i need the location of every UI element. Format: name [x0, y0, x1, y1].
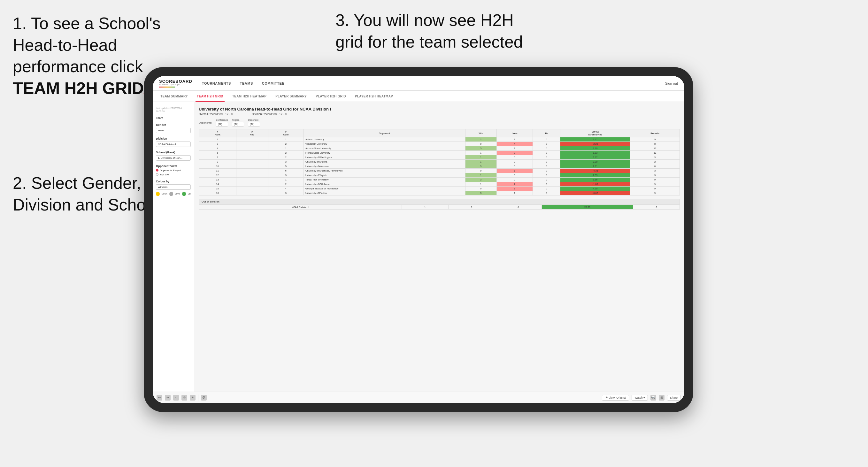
undo-icon[interactable]: ↩: [157, 395, 162, 401]
cell-rounds: 3: [630, 173, 680, 178]
cell-reg: [236, 164, 268, 169]
table-row: 12 3 University of Virginia 1 0 0 2.33 3: [199, 173, 680, 178]
out-diff: 26.00: [541, 205, 633, 210]
cell-win: 1: [465, 155, 496, 160]
cell-conf: 3: [268, 160, 304, 164]
cell-rank: 6: [199, 151, 237, 155]
gender-section: Gender Men's Women's: [156, 123, 191, 133]
cell-tie: 0: [532, 160, 560, 164]
cell-opponent: University of Virginia: [304, 173, 465, 178]
cell-win: 1: [465, 182, 496, 187]
logo: SCOREBOARD Powered by clippd: [159, 79, 192, 88]
colour-level: [169, 192, 173, 196]
cell-win: 3: [465, 191, 496, 195]
cell-rounds: 9: [630, 187, 680, 191]
cell-rounds: 2: [630, 160, 680, 164]
opponent-view-radio-group: Opponents Played Top 100: [156, 169, 191, 176]
colour-by-select[interactable]: Win/loss: [156, 184, 191, 190]
cell-loss: 0: [496, 164, 532, 169]
cell-win: 1: [465, 160, 496, 164]
nav-tournaments[interactable]: TOURNAMENTS: [202, 82, 231, 85]
overall-record: Overall Record: 89 - 17 - 0: [199, 113, 232, 116]
cell-tie: 0: [532, 155, 560, 160]
radio-opponents-played[interactable]: Opponents Played: [156, 169, 191, 172]
filter-opponent-select[interactable]: (All): [248, 122, 260, 126]
tab-player-h2h-heatmap[interactable]: PLAYER H2H HEATMAP: [354, 91, 394, 102]
out-division-name: NCAA Division II: [199, 205, 402, 210]
cell-opponent: Arizona State University: [304, 146, 465, 151]
sign-out-button[interactable]: Sign out: [665, 82, 678, 85]
cell-win: 3: [465, 178, 496, 182]
cell-win: 0: [465, 187, 496, 191]
comment-icon[interactable]: 💬: [650, 395, 656, 401]
cell-rounds: 17: [630, 146, 680, 151]
cell-reg: [236, 182, 268, 187]
cell-rounds: 8: [630, 142, 680, 146]
school-section: School (Rank) 1. University of Nort...: [156, 151, 191, 161]
table-row: 14 2 University of Oklahoma 1 2 0 -1.00 …: [199, 182, 680, 187]
tab-team-h2h-heatmap[interactable]: TEAM H2H HEATMAP: [231, 91, 268, 102]
cell-tie: 0: [532, 191, 560, 195]
view-original-button[interactable]: 👁 View: Original: [602, 395, 629, 401]
share-button[interactable]: Share: [667, 395, 680, 401]
out-win: 1: [402, 205, 448, 210]
filter-opponents-label: Opponents:: [199, 121, 212, 124]
redo-icon[interactable]: ↪: [165, 395, 170, 401]
filter-region-select[interactable]: (All): [232, 122, 244, 126]
cell-conf: 2: [268, 151, 304, 155]
cell-opponent: University of Arkansas, Fayetteville: [304, 169, 465, 173]
top-nav: SCOREBOARD Powered by clippd TOURNAMENTS…: [153, 76, 684, 91]
cell-loss: 0: [496, 160, 532, 164]
cell-reg: [236, 173, 268, 178]
out-tie: 0: [495, 205, 541, 210]
cell-tie: 0: [532, 151, 560, 155]
back-icon[interactable]: ←: [173, 395, 179, 401]
cell-opponent: Texas Tech University: [304, 178, 465, 182]
cell-opponent: University of Alabama: [304, 164, 465, 169]
cell-rank: 11: [199, 169, 237, 173]
cell-win: 2: [465, 137, 496, 142]
cell-diff: -1.00: [560, 182, 630, 187]
nav-teams[interactable]: TEAMS: [240, 82, 253, 85]
cell-rounds: 9: [630, 178, 680, 182]
add-icon[interactable]: +: [190, 395, 195, 401]
school-select[interactable]: 1. University of Nort...: [156, 155, 191, 161]
col-conf: #Conf: [268, 129, 304, 137]
clock-icon[interactable]: ⏱: [201, 395, 207, 401]
filter-conference-group: Conference (All): [216, 119, 228, 126]
cell-rounds: 3: [630, 155, 680, 160]
cell-diff: -6.62: [560, 191, 630, 195]
nav-committee[interactable]: COMMITTEE: [262, 82, 285, 85]
table-header-row: #Rank #Reg #Conf Opponent Win Loss Tie D…: [199, 129, 680, 137]
view-icon: 👁: [605, 396, 608, 399]
opponent-view-section: Opponent View Opponents Played Top 100: [156, 164, 191, 176]
h2h-table: #Rank #Reg #Conf Opponent Win Loss Tie D…: [199, 129, 680, 195]
watch-button[interactable]: Watch ▾: [631, 395, 648, 401]
filter-opponent-group: Opponent (All): [248, 119, 260, 126]
cell-conf: 2: [268, 155, 304, 160]
sidebar: Last Updated: 27/03/2024 16:55:38 Team G…: [153, 102, 194, 392]
division-select[interactable]: NCAA Division I NCAA Division II NCAA Di…: [156, 142, 191, 147]
cell-conf: 2: [268, 182, 304, 187]
refresh-icon[interactable]: ⟳: [182, 395, 187, 401]
out-of-division-section: Out of division NCAA Division II 1 0 0 2…: [199, 199, 680, 210]
cell-conf: 1: [268, 137, 304, 142]
cell-reg: [236, 178, 268, 182]
cell-rounds: 8: [630, 164, 680, 169]
cell-opponent: Georgia Institute of Technology: [304, 187, 465, 191]
layout-icon[interactable]: ⊞: [659, 395, 664, 401]
sub-nav: TEAM SUMMARY TEAM H2H GRID TEAM H2H HEAT…: [153, 91, 684, 102]
cell-loss: 2: [496, 151, 532, 155]
tab-team-summary[interactable]: TEAM SUMMARY: [159, 91, 189, 102]
colour-by-label: Colour by: [156, 180, 191, 183]
tab-player-summary[interactable]: PLAYER SUMMARY: [274, 91, 308, 102]
radio-top-100[interactable]: Top 100: [156, 173, 191, 176]
gender-select[interactable]: Men's Women's: [156, 128, 191, 133]
colour-down: [156, 192, 160, 196]
cell-rank: 9: [199, 160, 237, 164]
cell-loss: 1: [496, 191, 532, 195]
filter-conference-select[interactable]: (All): [216, 122, 228, 126]
grid-title: University of North Carolina Head-to-Hea…: [199, 107, 680, 112]
tab-team-h2h-grid[interactable]: TEAM H2H GRID: [195, 91, 225, 102]
tab-player-h2h-grid[interactable]: PLAYER H2H GRID: [314, 91, 347, 102]
